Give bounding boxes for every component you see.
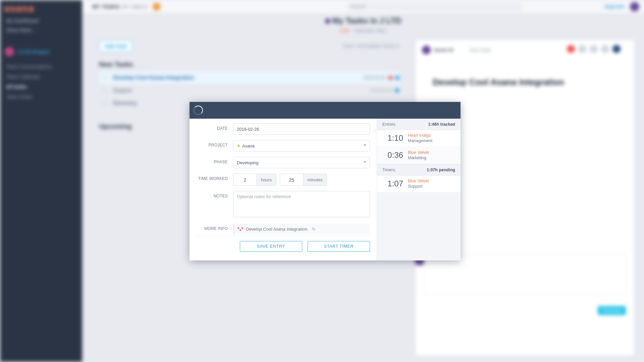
- timers-label: Timers: [382, 168, 395, 172]
- label-more-info: MORE INFO: [196, 224, 233, 231]
- entries-side-panel: Entries 1:46h tracked 1:10 Heart Indigo …: [377, 119, 461, 260]
- modal-header: [190, 102, 461, 119]
- timer-time: 1:07: [382, 179, 403, 188]
- timer-project: Blue Velvet: [408, 178, 429, 184]
- timer-row[interactable]: 1:07 Blue Velvet Support: [377, 176, 461, 193]
- chevron-down-icon: [364, 144, 366, 146]
- project-select-value: Asana: [242, 143, 255, 148]
- entry-task: Marketing: [408, 155, 429, 161]
- minutes-unit-label: minutes: [303, 174, 327, 186]
- entry-task: Management: [408, 138, 432, 143]
- entry-project: Blue Velvet: [408, 150, 429, 155]
- more-info-pill: Develop Cool Asana Integration. ↻: [233, 224, 370, 234]
- timer-task: Support: [408, 184, 429, 189]
- hours-input[interactable]: [233, 174, 257, 186]
- entries-header: Entries 1:46h tracked: [377, 119, 461, 130]
- refresh-icon[interactable]: ↻: [312, 227, 316, 232]
- star-icon: ★: [237, 143, 240, 148]
- timers-summary: 1:07h pending: [427, 168, 455, 172]
- chevron-down-icon: [364, 161, 366, 163]
- bg-team-pill: J LTD Project: [5, 44, 77, 60]
- bg-nav-primary: My Dashboard Show More…: [6, 16, 39, 35]
- time-entry-form: DATE PROJECT ★ Asana PHASE: [190, 119, 377, 260]
- side-panel-empty-space: [377, 193, 461, 260]
- modal-footer: SAVE ENTRY START TIMER: [196, 236, 370, 256]
- entries-summary: 1:46h tracked: [428, 122, 455, 127]
- bg-sidebar: asana My Dashboard Show More… J LTD Proj…: [0, 0, 82, 362]
- more-info-text: Develop Cool Asana Integration.: [246, 227, 309, 232]
- start-timer-button[interactable]: START TIMER: [308, 241, 370, 252]
- label-time-worked: TIME WORKED: [196, 174, 233, 181]
- bg-nav-secondary: Team Conversations Team Calendar All tas…: [6, 62, 52, 102]
- loading-spinner-icon: [194, 106, 203, 115]
- label-phase: PHASE: [196, 157, 233, 164]
- timers-header: Timers 1:07h pending: [377, 164, 461, 176]
- project-select[interactable]: ★ Asana: [233, 140, 370, 152]
- asana-logo: asana: [4, 3, 34, 14]
- minutes-input[interactable]: [280, 174, 303, 186]
- date-input[interactable]: [233, 123, 370, 135]
- side-panel-pointer-icon: [373, 128, 376, 134]
- label-notes: NOTES: [196, 191, 233, 198]
- label-date: DATE: [196, 123, 233, 131]
- entry-project: Heart Indigo: [408, 133, 432, 138]
- label-project: PROJECT: [196, 140, 233, 147]
- entries-label: Entries: [382, 122, 395, 127]
- notes-textarea[interactable]: [233, 191, 370, 217]
- bg-topbar: MY TASKS MY INBOX Search Upgrade: [82, 0, 644, 13]
- phase-select-value: Developing: [237, 160, 259, 165]
- phase-select[interactable]: Developing: [233, 157, 370, 168]
- hours-unit-label: hours: [257, 174, 276, 186]
- entry-row[interactable]: 0:36 Blue Velvet Marketing: [377, 147, 461, 164]
- time-entry-modal: DATE PROJECT ★ Asana PHASE: [190, 102, 461, 260]
- entry-row[interactable]: 1:10 Heart Indigo Management: [377, 130, 461, 147]
- entry-time: 0:36: [382, 150, 403, 160]
- save-entry-button[interactable]: SAVE ENTRY: [240, 241, 302, 252]
- asana-icon: [237, 227, 243, 231]
- bg-header: My Tasks in J LTD ListCalendar Files: [82, 16, 644, 33]
- entry-time: 1:10: [382, 133, 403, 143]
